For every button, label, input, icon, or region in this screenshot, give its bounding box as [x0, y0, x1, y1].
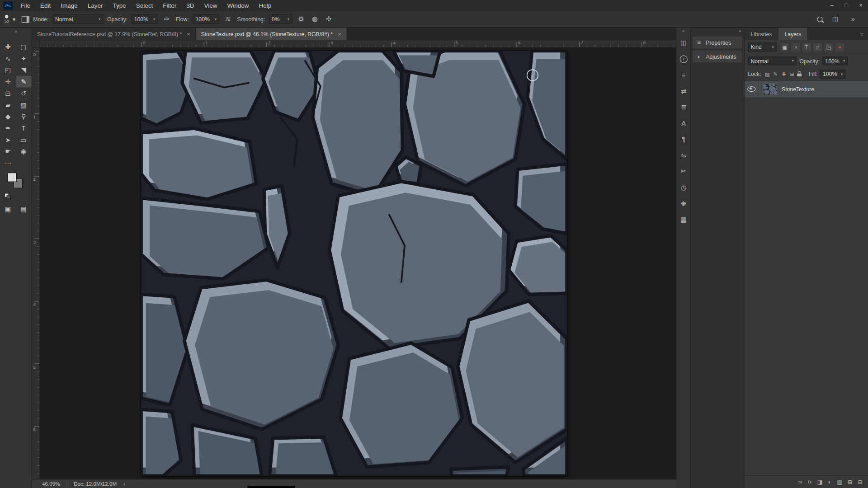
foreground-color-swatch[interactable] [8, 173, 16, 181]
lock-artboard-icon[interactable]: ⊞ [789, 71, 796, 76]
close-tab-icon[interactable]: × [338, 30, 341, 37]
move-tool[interactable]: ✚ [0, 41, 16, 53]
screen-mode[interactable]: ▤ [16, 203, 31, 215]
layer-thumbnail[interactable] [762, 83, 778, 95]
quick-selection-tool[interactable]: ✦ [16, 52, 31, 64]
filter-type-layers-icon[interactable]: T [802, 42, 811, 52]
add-layer-mask-icon[interactable]: ◨ [817, 479, 823, 485]
menu-layer[interactable]: Layer [83, 0, 108, 11]
menu-help[interactable]: Help [254, 0, 276, 11]
rectangle-tool[interactable]: ▭ [16, 134, 31, 145]
canvas[interactable] [141, 51, 567, 476]
new-layer-icon[interactable]: ⊞ [848, 479, 852, 485]
clone-stamp-tool[interactable]: ⊡ [0, 87, 16, 99]
smoothing-gear-icon[interactable]: ⚙ [296, 14, 306, 24]
filter-smart-objects-icon[interactable]: ◳ [824, 42, 834, 52]
collapse-dock-icon[interactable]: » [691, 28, 744, 35]
vertical-ruler[interactable]: 0123456 [32, 47, 40, 479]
brush-tool[interactable]: ✎ [16, 76, 31, 88]
layer-row-stonetexture[interactable]: StoneTexture [745, 81, 868, 98]
filter-toggle-icon[interactable]: ● [835, 42, 845, 52]
gradient-tool[interactable]: ▨ [16, 99, 31, 111]
character-panel-icon[interactable]: A [676, 115, 691, 131]
hand-tool[interactable]: ☛ [0, 145, 16, 157]
layer-blend-mode-dropdown[interactable]: Normal ▾ [748, 56, 797, 66]
menu-file[interactable]: File [15, 0, 35, 11]
type-tool[interactable]: T [16, 122, 31, 134]
menu-select[interactable]: Select [131, 0, 158, 11]
toolbar-collapse-icon[interactable]: » [0, 28, 32, 35]
filter-shape-layers-icon[interactable]: ▱ [813, 42, 823, 52]
marquee-tool[interactable]: ▢ [16, 41, 31, 53]
pen-tool[interactable]: ✒ [0, 122, 16, 134]
timeline-panel-icon[interactable]: ◷ [676, 179, 691, 196]
crop-tool[interactable]: ◰ [0, 64, 16, 76]
document-tab-stonetexture[interactable]: StoneTexture.psd @ 46.1% (StoneTexture, … [196, 28, 347, 40]
menu-3d[interactable]: 3D [181, 0, 199, 11]
layer-opacity-dropdown[interactable]: 100% ▾ [822, 56, 848, 66]
lock-paint-icon[interactable]: ✎ [772, 71, 779, 76]
blur-tool[interactable]: ◆ [0, 111, 16, 122]
horizontal-ruler[interactable]: 012345678 [40, 40, 676, 47]
lock-transparency-icon[interactable]: ▨ [764, 71, 771, 76]
pressure-opacity-icon[interactable]: ✑ [162, 14, 172, 24]
layer-style-icon[interactable]: fx [808, 479, 812, 484]
status-chevron-icon[interactable]: › [123, 481, 125, 487]
restore-button[interactable]: □ [839, 0, 854, 11]
new-adjustment-layer-icon[interactable]: ◐ [828, 479, 831, 485]
dock-chevron-icon[interactable]: » [848, 14, 858, 24]
menu-window[interactable]: Window [222, 0, 254, 11]
lasso-tool[interactable]: ∿ [0, 52, 16, 64]
kind-filter-dropdown[interactable]: Kind ▾ [748, 42, 777, 52]
workspace-switcher-icon[interactable]: ◫ [830, 14, 840, 24]
close-tab-icon[interactable]: × [187, 30, 190, 37]
brushes-panel-icon[interactable]: ❋ [676, 195, 691, 211]
lock-all-icon[interactable] [797, 73, 802, 76]
properties-strip-panel-icon[interactable]: ≡ [676, 67, 691, 83]
eraser-tool[interactable]: ▰ [0, 99, 16, 111]
close-button[interactable]: × [854, 0, 868, 11]
zoom-level[interactable]: 46.09% [42, 481, 60, 487]
filter-pixel-layers-icon[interactable]: ▣ [779, 42, 789, 52]
airbrush-icon[interactable]: ≋ [223, 14, 233, 24]
brush-preset-picker[interactable]: 50 ▾ [5, 14, 18, 24]
color-panel-icon[interactable]: ⇄ [676, 83, 691, 99]
tool-presets-panel-icon[interactable]: ✂ [676, 163, 691, 179]
search-icon[interactable] [817, 16, 822, 22]
menu-image[interactable]: Image [56, 0, 82, 11]
tab-layers[interactable]: Layers [778, 28, 808, 40]
menu-edit[interactable]: Edit [35, 0, 56, 11]
paragraph-panel-icon[interactable]: ¶ [676, 131, 691, 147]
toggle-brush-settings-icon[interactable] [22, 16, 29, 23]
path-selection-tool[interactable]: ➤ [0, 134, 16, 145]
default-colors-icon[interactable] [5, 193, 11, 198]
smoothing-dropdown[interactable]: 0% ▾ [269, 14, 292, 24]
panel-menu-icon[interactable]: ≡ [856, 28, 868, 40]
tab-libraries[interactable]: Libraries [745, 28, 778, 40]
patterns-panel-icon[interactable]: ▦ [676, 211, 691, 228]
menu-filter[interactable]: Filter [158, 0, 181, 11]
history-brush-tool[interactable]: ↺ [16, 87, 31, 99]
healing-brush-tool[interactable]: ✛ [0, 76, 16, 88]
delete-layer-icon[interactable]: ⊟ [858, 479, 862, 485]
minimize-button[interactable]: – [825, 0, 839, 11]
opacity-dropdown[interactable]: 100% ▾ [132, 14, 158, 24]
edit-toolbar[interactable]: ⋯ [0, 157, 16, 169]
lock-position-icon[interactable]: ✚ [780, 71, 787, 76]
panel-button-adjustments[interactable]: ◐Adjustments [693, 50, 742, 62]
filter-adjustment-layers-icon[interactable]: ◑ [791, 42, 801, 52]
layer-fill-dropdown[interactable]: 100% ▾ [820, 70, 845, 79]
menu-view[interactable]: View [199, 0, 222, 11]
zoom-tool[interactable]: ◉ [16, 145, 31, 157]
panel-button-properties[interactable]: ≡Properties [693, 37, 742, 49]
history-panel-icon[interactable]: ◫ [676, 35, 691, 51]
eyedropper-tool[interactable]: ◥ [16, 64, 31, 76]
ruler-origin-corner[interactable] [32, 40, 40, 47]
glyphs-panel-icon[interactable]: ⇋ [676, 147, 691, 164]
link-layers-icon[interactable]: ∞ [798, 479, 802, 485]
expand-dock-icon[interactable]: « [676, 28, 690, 35]
document-tab-stonetutorialreference[interactable]: StoneTutorialReference.psd @ 17.9% (Ston… [32, 28, 196, 40]
layer-visibility-toggle[interactable] [745, 81, 759, 98]
menu-type[interactable]: Type [108, 0, 131, 11]
quick-mask-mode[interactable]: ▣ [0, 203, 16, 215]
